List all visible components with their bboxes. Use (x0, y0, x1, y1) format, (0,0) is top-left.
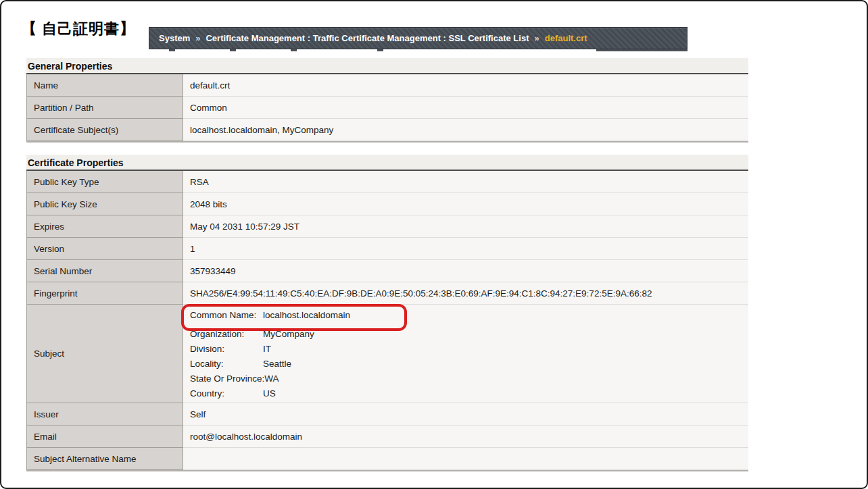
certificate-properties-section: Certificate Properties Public Key TypeRS… (26, 155, 748, 471)
row-label: Version (26, 238, 183, 260)
subject-field-value: Seattle (263, 359, 291, 369)
tab-divider-tick (377, 49, 383, 51)
tab-divider-tick (291, 49, 297, 51)
tab-divider-tick (596, 49, 688, 51)
row-label: Partition / Path (26, 97, 183, 119)
row-label: Fingerprint (26, 282, 183, 305)
page-title: 【 自己証明書】 (22, 19, 135, 39)
tab-divider-tick (169, 49, 175, 51)
row-label: Name (26, 74, 183, 97)
row-label: Certificate Subject(s) (26, 119, 183, 141)
breadcrumb-current-item: default.crt (545, 33, 587, 43)
row-value: RSA (183, 171, 748, 193)
row-label: Subject Alternative Name (26, 448, 183, 470)
subject-field: State Or Province:WA (190, 371, 748, 386)
row-value: root@localhost.localdomain (183, 426, 748, 448)
table-row: Version1 (26, 238, 748, 260)
subject-field-label: Locality: (190, 357, 263, 371)
subject-field-label: Organization: (190, 327, 263, 342)
row-value: Self (183, 403, 748, 426)
subject-field: Common Name:localhost.localdomain (190, 308, 748, 323)
general-properties-rows: Namedefault.crtPartition / PathCommonCer… (26, 74, 748, 143)
table-row: Partition / PathCommon (26, 97, 748, 119)
table-row: SubjectCommon Name:localhost.localdomain… (26, 305, 748, 403)
subject-field: Locality:Seattle (190, 357, 748, 371)
subject-field-label: Country: (190, 386, 263, 401)
row-value: Common Name:localhost.localdomainOrganiz… (183, 305, 748, 403)
table-row: Public Key TypeRSA (26, 171, 748, 193)
row-value: 357933449 (183, 260, 748, 282)
row-label: Expires (26, 215, 183, 238)
tab-divider-ticks (149, 49, 688, 51)
row-value (183, 448, 748, 470)
table-row: Serial Number357933449 (26, 260, 748, 282)
row-label: Email (26, 426, 183, 448)
breadcrumb-link[interactable]: System (159, 33, 190, 43)
subject-field-value: IT (263, 344, 271, 354)
row-label: Public Key Size (26, 193, 183, 215)
breadcrumb-separator-icon: » (534, 33, 539, 43)
table-row: IssuerSelf (26, 403, 748, 426)
certificate-properties-rows: Public Key TypeRSAPublic Key Size2048 bi… (26, 171, 748, 471)
row-value: 2048 bits (183, 193, 748, 215)
breadcrumb: System»Certificate Management : Traffic … (149, 27, 688, 49)
table-row: Certificate Subject(s)localhost.localdom… (26, 119, 748, 141)
subject-field-value: WA (264, 374, 279, 384)
row-value: default.crt (183, 74, 748, 97)
subject-field-value: localhost.localdomain (263, 310, 350, 320)
breadcrumb-separator-icon: » (195, 33, 200, 43)
row-value: localhost.localdomain, MyCompany (183, 119, 748, 141)
subject-field-label: Division: (190, 342, 263, 357)
row-label: Issuer (26, 403, 183, 426)
row-value: May 04 2031 10:57:29 JST (183, 215, 748, 238)
table-row: FingerprintSHA256/E4:99:54:11:49:C5:40:E… (26, 282, 748, 305)
breadcrumb-link[interactable]: Certificate Management : Traffic Certifi… (206, 33, 529, 43)
subject-field-value: MyCompany (263, 329, 314, 339)
table-row: Public Key Size2048 bits (26, 193, 748, 215)
row-value: Common (183, 97, 748, 119)
subject-field-value: US (263, 388, 276, 398)
table-row: Emailroot@localhost.localdomain (26, 426, 748, 448)
row-label: Public Key Type (26, 171, 183, 193)
table-row: Namedefault.crt (26, 74, 748, 97)
subject-field-label: State Or Province: (190, 371, 264, 386)
row-value: 1 (183, 238, 748, 260)
subject-field: Division:IT (190, 342, 748, 357)
screenshot-frame: 【 自己証明書】 System»Certificate Management :… (0, 0, 868, 489)
tab-divider-tick (230, 49, 236, 51)
subject-field-label: Common Name: (190, 308, 263, 323)
row-label: Subject (26, 305, 183, 403)
section-title: General Properties (26, 58, 748, 74)
section-title: Certificate Properties (26, 155, 748, 171)
table-row: ExpiresMay 04 2031 10:57:29 JST (26, 215, 748, 238)
row-label: Serial Number (26, 260, 183, 282)
subject-field: Organization:MyCompany (190, 327, 748, 342)
general-properties-section: General Properties Namedefault.crtPartit… (26, 58, 748, 143)
row-value: SHA256/E4:99:54:11:49:C5:40:EA:DF:9B:DE:… (183, 282, 748, 305)
subject-field: Country:US (190, 386, 748, 401)
table-row: Subject Alternative Name (26, 448, 748, 470)
